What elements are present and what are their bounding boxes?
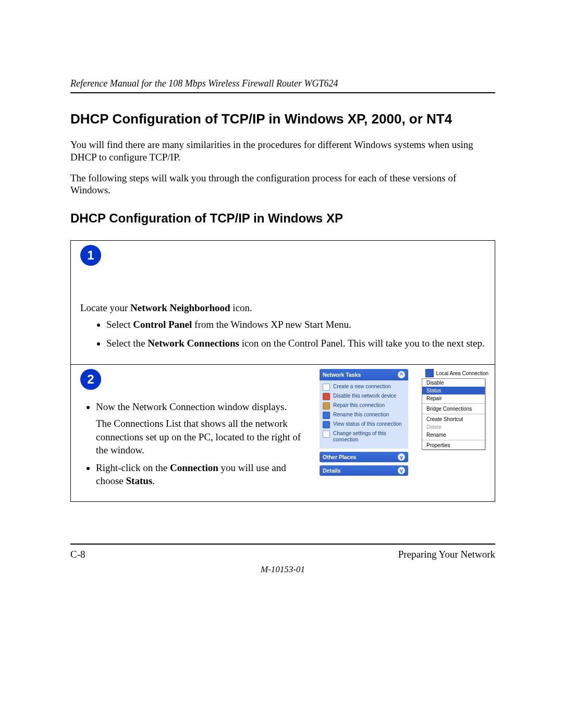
step-2-cell: 2 Now the Network Connection window disp… [71, 365, 495, 502]
page-number: C-8 [70, 549, 85, 560]
running-header: Reference Manual for the 108 Mbps Wirele… [70, 78, 495, 93]
footer-section-name: Preparing Your Network [398, 549, 495, 560]
task-create-connection[interactable]: Create a new connection [323, 384, 405, 391]
task-change-settings[interactable]: Change settings of this connection [323, 430, 405, 442]
steps-table: 1 Locate your Network Neighborhood icon.… [70, 240, 495, 502]
rename-icon [323, 412, 330, 419]
step-1-bullet-2: Select the Network Connections icon on t… [106, 337, 485, 350]
connection-icon [425, 369, 434, 377]
subsection-heading: DHCP Configuration of TCP/IP in Windows … [70, 211, 495, 226]
ctx-rename[interactable]: Rename [422, 431, 485, 439]
ctx-delete: Delete [422, 423, 485, 431]
task-view-status[interactable]: View status of this connection [323, 421, 405, 428]
expand-icon[interactable]: v [398, 453, 405, 461]
expand-icon-2[interactable]: v [398, 467, 405, 474]
section-heading: DHCP Configuration of TCP/IP in Windows … [70, 111, 495, 127]
intro-paragraph-2: The following steps will walk you throug… [70, 172, 495, 197]
ctx-repair[interactable]: Repair [422, 394, 485, 402]
network-tasks-body: Create a new connection Disable this net… [320, 380, 408, 449]
details-header[interactable]: Details v [320, 465, 408, 476]
context-menu: Disable Status Repair Bridge Connections… [422, 378, 485, 450]
step-1-bullets: Select Control Panel from the Windows XP… [80, 318, 485, 350]
step-2-badge: 2 [80, 369, 101, 390]
monitor-icon [323, 421, 330, 428]
ctx-disable[interactable]: Disable [422, 379, 485, 387]
step-2-bullet-2: Right-click on the Connection you will u… [96, 461, 310, 488]
connection-column: Local Area Connection Disable Status Rep… [418, 369, 485, 450]
task-repair[interactable]: Repair this connection [323, 402, 405, 410]
step-2-bullets: Now the Network Connection window displa… [80, 400, 310, 488]
step-2-bullet-1: Now the Network Connection window displa… [96, 400, 310, 457]
disable-icon [323, 393, 330, 400]
collapse-icon[interactable]: ^ [398, 371, 405, 378]
wrench-icon [323, 402, 330, 410]
task-disable-device[interactable]: Disable this network device [323, 393, 405, 400]
step-1-intro: Locate your Network Neighborhood icon. [80, 302, 485, 314]
task-rename[interactable]: Rename this connection [323, 412, 405, 419]
step-1-bullet-1: Select Control Panel from the Windows XP… [106, 318, 485, 331]
step-1-cell: 1 Locate your Network Neighborhood icon.… [71, 241, 495, 365]
network-tasks-header[interactable]: Network Tasks ^ [320, 369, 408, 380]
local-area-connection[interactable]: Local Area Connection [425, 369, 488, 377]
network-tasks-title: Network Tasks [323, 372, 361, 378]
network-tasks-panel: Network Tasks ^ Create a new connection … [320, 369, 408, 476]
page-footer: C-8 Preparing Your Network [70, 544, 495, 560]
ctx-bridge[interactable]: Bridge Connections [422, 405, 485, 413]
intro-paragraph-1: You will find there are many similaritie… [70, 139, 495, 164]
other-places-header[interactable]: Other Places v [320, 452, 408, 462]
document-id: M-10153-01 [70, 564, 495, 575]
ctx-status[interactable]: Status [422, 387, 485, 394]
doc-icon [323, 384, 330, 391]
ctx-shortcut[interactable]: Create Shortcut [422, 415, 485, 423]
step-1-badge: 1 [80, 245, 101, 266]
settings-icon [323, 430, 330, 438]
ctx-properties[interactable]: Properties [422, 441, 485, 449]
